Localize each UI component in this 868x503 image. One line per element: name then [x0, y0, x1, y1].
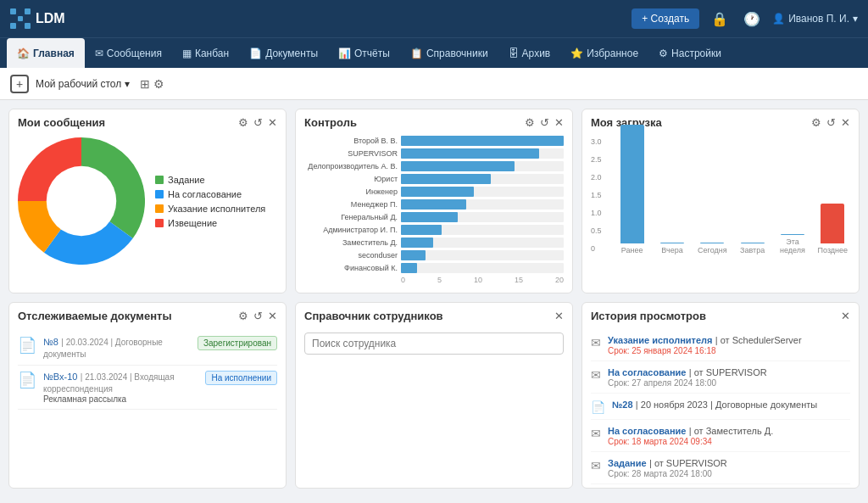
history-icon-button[interactable]: 🕐 — [740, 8, 764, 31]
doc-number-1[interactable]: №8 — [43, 337, 58, 347]
user-avatar-icon: 👤 — [772, 13, 785, 25]
history-link-2[interactable]: №28 — [612, 400, 633, 410]
nav-label-home: Главная — [33, 48, 75, 59]
messages-settings-button[interactable]: ⚙ — [238, 116, 248, 129]
history-link-3[interactable]: На согласование — [608, 426, 686, 436]
nav-item-favorites[interactable]: ⭐ Избранное — [560, 38, 648, 68]
control-card-actions: ⚙ ↺ ✕ — [525, 116, 564, 129]
control-settings-button[interactable]: ⚙ — [525, 116, 535, 129]
nav-label-kanban: Канбан — [195, 48, 229, 59]
history-date-0: Срок: 25 января 2024 16:18 — [608, 346, 850, 355]
bar-row-8: Заместитель Д. — [304, 238, 564, 248]
messages-close-button[interactable]: ✕ — [268, 116, 277, 129]
nav-item-documents[interactable]: 📄 Документы — [239, 38, 328, 68]
control-refresh-button[interactable]: ↺ — [540, 116, 549, 129]
grid-view-button[interactable]: ⊞ — [140, 77, 150, 91]
workload-close-button[interactable]: ✕ — [841, 116, 850, 129]
nav-item-home[interactable]: 🏠 Главная — [7, 38, 85, 68]
history-item-0: ✉ Указание исполнителя | от SchedulerSer… — [591, 329, 850, 361]
main-grid: Мои сообщения ⚙ ↺ ✕ — [0, 100, 868, 497]
employee-search-input[interactable] — [304, 333, 564, 355]
tracked-docs-refresh-button[interactable]: ↺ — [253, 310, 263, 322]
control-card-title: Контроль — [304, 116, 357, 129]
doc-badge-1: Зарегистрирован — [198, 336, 277, 350]
workload-chart: 3.0 2.5 2.0 1.5 1.0 0.5 0 Ранее Вчера — [582, 132, 859, 280]
workload-bar-zavtra: Завтра — [735, 243, 770, 254]
home-icon: 🏠 — [17, 48, 30, 59]
add-workspace-button[interactable]: + — [10, 75, 29, 93]
messages-card: Мои сообщения ⚙ ↺ ✕ — [8, 109, 287, 293]
workload-card-actions: ⚙ ↺ ✕ — [811, 116, 850, 129]
legend-item-executor: Указание исполнителя — [155, 204, 265, 214]
pie-legend: Задание На согласование Указание исполни… — [155, 175, 265, 228]
history-link-1[interactable]: На согласование — [608, 367, 686, 377]
legend-item-task: Задание — [155, 175, 265, 185]
lock-icon-button[interactable]: 🔒 — [708, 8, 732, 31]
create-button[interactable]: + Создать — [632, 8, 699, 29]
bar-axis: 0 5 10 15 20 — [304, 276, 564, 284]
favorites-icon: ⭐ — [570, 48, 583, 59]
legend-dot-task — [155, 176, 164, 184]
settings-icon: ⚙ — [659, 48, 668, 59]
history-info-4: Задание | от SUPERVISOR Срок: 28 марта 2… — [608, 457, 850, 478]
doc-item-1: 📄 №8 | 20.03.2024 | Договорные документы… — [18, 331, 277, 366]
legend-item-notice: Извещение — [155, 218, 265, 228]
user-name: Иванов П. И. — [788, 13, 849, 25]
nav-item-messages[interactable]: ✉ Сообщения — [85, 38, 172, 68]
history-link-0[interactable]: Указание исполнителя — [608, 335, 712, 345]
tracked-docs-settings-button[interactable]: ⚙ — [238, 310, 248, 322]
history-item-4: ✉ Задание | от SUPERVISOR Срок: 28 марта… — [591, 452, 850, 484]
nav-item-references[interactable]: 📋 Справочники — [400, 38, 498, 68]
messages-card-actions: ⚙ ↺ ✕ — [238, 116, 277, 129]
history-close-button[interactable]: ✕ — [841, 310, 850, 322]
history-card-actions: ✕ — [841, 310, 850, 322]
history-link-4[interactable]: Задание — [608, 458, 647, 468]
workspace-selector[interactable]: Мой рабочий стол ▾ — [36, 78, 130, 90]
history-info-0: Указание исполнителя | от SchedulerServe… — [608, 334, 850, 355]
messages-card-header: Мои сообщения ⚙ ↺ ✕ — [9, 109, 286, 132]
documents-icon: 📄 — [249, 48, 262, 59]
messages-refresh-button[interactable]: ↺ — [253, 116, 263, 129]
control-close-button[interactable]: ✕ — [554, 116, 564, 129]
bar-row-3: Юрист — [304, 174, 564, 184]
toolbar-settings-button[interactable]: ⚙ — [153, 77, 164, 91]
logo-text: LDM — [36, 11, 65, 26]
history-item-2: 📄 №28 | 20 ноября 2023 | Договорные доку… — [591, 394, 850, 420]
nav-item-archive[interactable]: 🗄 Архив — [498, 38, 561, 68]
tracked-docs-close-button[interactable]: ✕ — [268, 310, 277, 322]
pie-chart — [18, 137, 145, 265]
workload-card: Моя загрузка ⚙ ↺ ✕ 3.0 2.5 2.0 1.5 1.0 0… — [581, 109, 860, 293]
workload-refresh-button[interactable]: ↺ — [826, 116, 836, 129]
nav-label-references: Справочники — [426, 48, 488, 59]
bar-row-2: Делопроизводитель А. В. — [304, 161, 564, 171]
bar-row-10: Финансовый К. — [304, 263, 564, 273]
doc-number-2[interactable]: №Вх-10 — [43, 372, 77, 382]
tracked-docs-list: 📄 №8 | 20.03.2024 | Договорные документы… — [9, 326, 286, 415]
nav-item-reports[interactable]: 📊 Отчёты — [328, 38, 400, 68]
control-bar-chart: Второй В. В. SUPERVISOR Делопроизводител… — [296, 132, 572, 293]
toolbar: + Мой рабочий стол ▾ ⊞ ⚙ — [0, 68, 868, 100]
bar-row-6: Генеральный Д. — [304, 212, 564, 222]
bar-row-7: Администратор И. П. — [304, 225, 564, 235]
workload-settings-button[interactable]: ⚙ — [811, 116, 821, 129]
employee-close-button[interactable]: ✕ — [554, 310, 564, 322]
workload-bar-pozднее: Позднее — [815, 204, 850, 254]
workspace-label: Мой рабочий стол — [36, 78, 121, 90]
nav-item-settings[interactable]: ⚙ Настройки — [648, 38, 732, 68]
history-envelope-icon-4: ✉ — [591, 459, 601, 472]
tracked-docs-card-header: Отслеживаемые документы ⚙ ↺ ✕ — [9, 303, 286, 326]
references-icon: 📋 — [410, 48, 423, 59]
logo: LDM — [10, 8, 65, 29]
tracked-docs-title: Отслеживаемые документы — [18, 310, 172, 322]
legend-dot-approval — [155, 190, 164, 198]
doc-info-2: №Вх-10 | 21.03.2024 | Входящая корреспон… — [43, 371, 198, 404]
messages-icon: ✉ — [95, 48, 103, 59]
doc-desc-2: Рекламная рассылка — [43, 394, 198, 404]
nav-item-kanban[interactable]: ▦ Канбан — [172, 38, 239, 68]
doc-icon-1: 📄 — [18, 336, 36, 355]
doc-info-1: №8 | 20.03.2024 | Договорные документы — [43, 336, 191, 360]
control-card: Контроль ⚙ ↺ ✕ Второй В. В. SUPERVISOR Д… — [295, 109, 573, 293]
user-menu[interactable]: 👤 Иванов П. И. ▾ — [772, 13, 858, 25]
bar-row-0: Второй В. В. — [304, 136, 564, 146]
history-envelope-icon-1: ✉ — [591, 368, 601, 382]
